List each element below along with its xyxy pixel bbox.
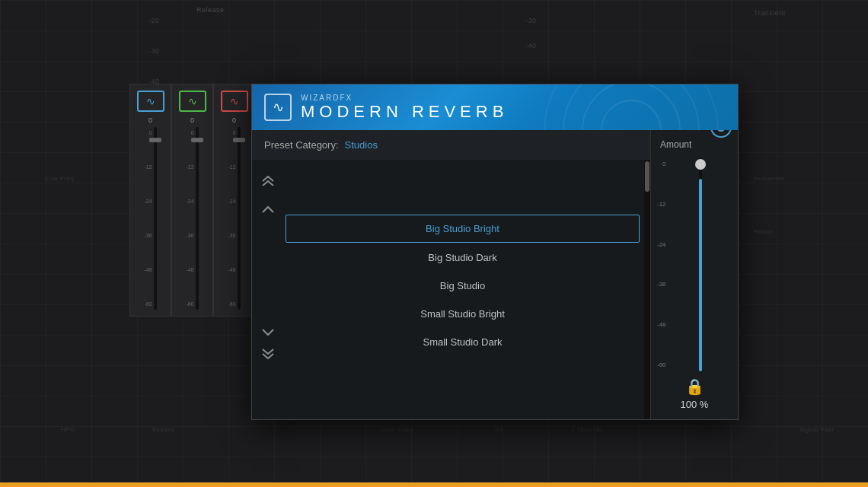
daw-label: 2.5Khz db bbox=[571, 426, 602, 433]
plugin-title-area: wizardFX MODERN REVERB bbox=[301, 94, 508, 122]
scale-val-12: -12 bbox=[657, 201, 666, 208]
preset-category-value[interactable]: Studios bbox=[345, 139, 378, 151]
preset-list-container[interactable]: Big Studio Bright Big Studio Dark Big St… bbox=[252, 160, 650, 419]
scale-24-ch1: -24 bbox=[144, 199, 152, 204]
preset-scrollbar-thumb[interactable] bbox=[645, 161, 649, 192]
channel-value-2: 0 bbox=[190, 116, 194, 124]
preset-scrollbar[interactable] bbox=[644, 160, 650, 419]
plugin-logo: ∿ bbox=[264, 94, 292, 121]
scale-val-36: -36 bbox=[657, 281, 666, 288]
logo-symbol: ∿ bbox=[273, 99, 284, 116]
channel-icon-2: ∿ bbox=[179, 91, 206, 112]
amount-panel: Amount 0 -12 -24 -36 -48 -60 bbox=[650, 130, 738, 419]
fader-track-container[interactable] bbox=[669, 158, 732, 371]
preset-item-big-studio[interactable]: Big Studio bbox=[286, 272, 640, 299]
fader-fill bbox=[699, 179, 702, 371]
plugin-window: ∿ wizardFX MODERN REVERB Preset Category… bbox=[251, 84, 739, 420]
mixer-channel-1: ∿ 0 0 -12 -24 -36 -48 -60 bbox=[129, 84, 171, 317]
plugin-name: MODERN REVERB bbox=[301, 102, 508, 122]
nav-up[interactable] bbox=[261, 202, 275, 216]
plugin-body: Preset Category: Studios bbox=[252, 130, 738, 419]
daw-label: Transient bbox=[754, 9, 786, 17]
channel-value-1: 0 bbox=[148, 116, 152, 124]
daw-label: Signal Fast bbox=[799, 426, 834, 433]
scale-0-ch1: 0 bbox=[149, 130, 152, 135]
amount-label: Amount bbox=[657, 139, 691, 150]
fader-track[interactable] bbox=[699, 158, 702, 371]
daw-label: -40 bbox=[525, 42, 537, 49]
header-decoration bbox=[525, 84, 707, 130]
daw-label: Gain Track bbox=[381, 426, 414, 433]
daw-label: Int bbox=[495, 426, 503, 433]
scale-36-ch1: -36 bbox=[144, 233, 152, 238]
daw-label: Humanize bbox=[754, 175, 784, 182]
preset-item-small-studio-bright[interactable]: Small Studio Bright bbox=[286, 301, 640, 327]
channel-value-3: 0 bbox=[232, 116, 236, 124]
plugin-brand: wizardFX bbox=[301, 94, 508, 102]
amount-percent: 100 % bbox=[681, 399, 709, 410]
preset-item-small-studio-dark[interactable]: Small Studio Dark bbox=[286, 329, 640, 355]
channel-icon-3: ∿ bbox=[221, 91, 248, 112]
nav-double-down[interactable] bbox=[261, 349, 275, 364]
mixer-channel-2: ∿ 0 0 -12 -24 -36 -48 -60 bbox=[171, 84, 213, 317]
nav-double-up[interactable] bbox=[261, 173, 275, 189]
daw-label: -30 bbox=[148, 47, 160, 55]
scale-val-60: -60 bbox=[657, 361, 666, 368]
mixer-channel-3: ∿ 0 0 -12 -24 -36 -48 -60 bbox=[213, 84, 255, 317]
fader-area: 0 -12 -24 -36 -48 -60 bbox=[657, 158, 732, 371]
daw-label: Bypass bbox=[152, 426, 174, 433]
daw-label: -30 bbox=[525, 17, 537, 24]
daw-label-release: Release bbox=[196, 6, 225, 14]
channel-icon-1: ∿ bbox=[137, 91, 164, 112]
daw-label: HPO bbox=[61, 426, 75, 433]
nav-down[interactable] bbox=[261, 326, 275, 339]
scale-48-ch1: -48 bbox=[144, 267, 152, 272]
scale-val-24: -24 bbox=[657, 241, 666, 248]
amount-scale: 0 -12 -24 -36 -48 -60 bbox=[657, 158, 666, 371]
scale-val-48: -48 bbox=[657, 321, 666, 328]
preset-category-bar: Preset Category: Studios bbox=[252, 130, 650, 160]
scale-60-ch1: -60 bbox=[144, 301, 152, 307]
preset-item-big-studio-dark[interactable]: Big Studio Dark bbox=[286, 244, 640, 271]
preset-category-label: Preset Category: bbox=[264, 139, 339, 151]
fader-knob[interactable] bbox=[695, 159, 706, 170]
preset-items: Big Studio Bright Big Studio Dark Big St… bbox=[286, 215, 640, 355]
scale-12-ch1: -12 bbox=[144, 164, 152, 170]
yellow-bottom-bar bbox=[0, 482, 868, 487]
preset-item-big-studio-bright[interactable]: Big Studio Bright bbox=[286, 215, 640, 243]
daw-label: Ration bbox=[754, 228, 774, 235]
preset-panel: Preset Category: Studios bbox=[252, 130, 650, 419]
plugin-header: ∿ wizardFX MODERN REVERB bbox=[252, 84, 738, 130]
lock-icon[interactable]: 🔒 bbox=[685, 377, 704, 396]
daw-label: -20 bbox=[148, 17, 160, 24]
daw-label: Low Freq bbox=[46, 175, 74, 182]
scale-val-0: 0 bbox=[662, 161, 665, 167]
